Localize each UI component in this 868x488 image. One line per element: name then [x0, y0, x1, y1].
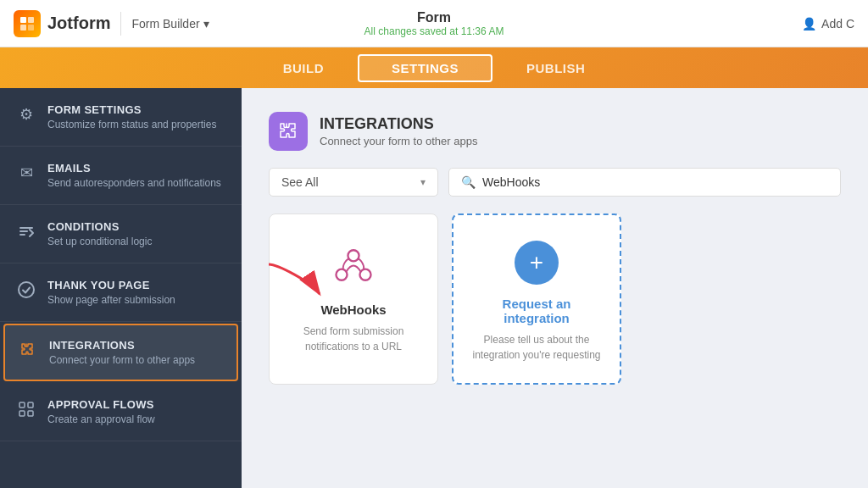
tab-publish[interactable]: PUBLISH — [492, 54, 619, 82]
search-box: 🔍 — [448, 168, 841, 197]
header-center: Form All changes saved at 11:36 AM — [364, 10, 504, 37]
approval-flows-subtitle: Create an approval flow — [47, 413, 155, 425]
integrations-sidebar-subtitle: Connect your form to other apps — [49, 354, 195, 366]
filters-row: See All ▾ 🔍 — [269, 168, 841, 197]
add-collaborator-button[interactable]: 👤 Add C — [802, 17, 854, 30]
integrations-header: INTEGRATIONS Connect your form to other … — [269, 112, 841, 151]
sidebar-item-emails[interactable]: ✉ EMAILS Send autoresponders and notific… — [0, 147, 242, 205]
form-settings-subtitle: Customize form status and properties — [47, 119, 216, 130]
svg-point-12 — [359, 269, 370, 280]
emails-subtitle: Send autoresponders and notifications — [47, 177, 221, 189]
plus-icon: + — [515, 241, 559, 285]
thank-you-subtitle: Show page after submission — [47, 294, 175, 306]
sidebar: ⚙ FORM SETTINGS Customize form status an… — [0, 88, 242, 488]
chevron-down-icon: ▾ — [203, 17, 209, 30]
jotform-logo-text: Jotform — [47, 14, 110, 33]
svg-rect-5 — [19, 402, 25, 408]
sidebar-item-conditions[interactable]: CONDITIONS Set up conditional logic — [0, 205, 242, 263]
svg-rect-6 — [28, 402, 33, 408]
thank-you-title: THANK YOU PAGE — [47, 279, 175, 291]
tab-build[interactable]: BUILD — [249, 54, 358, 82]
filter-label: See All — [281, 175, 319, 189]
request-integration-card-name: Request an integration — [470, 297, 603, 325]
emails-title: EMAILS — [47, 162, 221, 175]
tab-settings[interactable]: SETTINGS — [358, 54, 492, 82]
webhooks-card-name: WebHooks — [320, 302, 386, 317]
header-divider — [120, 12, 121, 36]
integrations-section-subtitle: Connect your form to other apps — [320, 135, 477, 147]
approval-flows-title: APPROVAL FLOWS — [47, 398, 155, 411]
checkmark-icon — [17, 280, 36, 299]
sidebar-item-form-settings[interactable]: ⚙ FORM SETTINGS Customize form status an… — [0, 88, 242, 147]
request-integration-card[interactable]: + Request an integration Please tell us … — [452, 214, 621, 385]
svg-rect-3 — [28, 25, 34, 30]
form-builder-dropdown[interactable]: Form Builder ▾ — [131, 17, 209, 30]
svg-rect-1 — [28, 17, 34, 23]
search-icon: 🔍 — [461, 175, 476, 189]
chevron-down-icon: ▾ — [420, 176, 426, 188]
conditions-title: CONDITIONS — [47, 220, 152, 233]
header-right: 👤 Add C — [802, 17, 854, 30]
svg-rect-7 — [19, 411, 25, 416]
sidebar-item-thank-you-page[interactable]: THANK YOU PAGE Show page after submissio… — [0, 263, 242, 322]
webhooks-card[interactable]: WebHooks Send form submission notificati… — [269, 214, 438, 385]
form-builder-label: Form Builder — [131, 17, 199, 30]
form-settings-title: FORM SETTINGS — [47, 103, 216, 116]
integration-cards-row: WebHooks Send form submission notificati… — [269, 214, 841, 385]
user-icon: 👤 — [802, 17, 816, 30]
email-icon: ✉ — [17, 164, 36, 182]
sidebar-item-approval-flows[interactable]: APPROVAL FLOWS Create an approval flow — [0, 383, 242, 441]
puzzle-icon — [19, 341, 37, 359]
request-integration-card-desc: Please tell us about the integration you… — [470, 332, 603, 363]
svg-rect-8 — [28, 411, 33, 416]
content-area: INTEGRATIONS Connect your form to other … — [242, 88, 868, 488]
gear-icon: ⚙ — [17, 105, 36, 124]
app-header: Jotform Form Builder ▾ Form All changes … — [0, 0, 868, 47]
approval-icon — [17, 400, 36, 419]
conditions-subtitle: Set up conditional logic — [47, 236, 152, 247]
conditions-icon — [17, 222, 36, 241]
integrations-section-title: INTEGRATIONS — [320, 115, 477, 133]
svg-rect-0 — [20, 17, 26, 23]
form-title: Form — [364, 10, 504, 25]
nav-tabs: BUILD SETTINGS PUBLISH — [0, 47, 868, 88]
integrations-header-icon — [269, 112, 308, 151]
svg-rect-2 — [20, 25, 26, 30]
svg-point-11 — [348, 250, 359, 261]
jotform-logo-icon — [14, 10, 41, 37]
integrations-sidebar-title: INTEGRATIONS — [49, 339, 195, 352]
logo-area: Jotform — [14, 10, 110, 37]
svg-point-4 — [19, 282, 34, 297]
integration-search-input[interactable] — [482, 175, 828, 189]
sidebar-item-integrations[interactable]: INTEGRATIONS Connect your form to other … — [3, 324, 238, 381]
save-status: All changes saved at 11:36 AM — [364, 25, 504, 37]
category-filter[interactable]: See All ▾ — [269, 168, 438, 197]
webhooks-icon — [328, 240, 379, 291]
main-layout: ⚙ FORM SETTINGS Customize form status an… — [0, 88, 868, 488]
webhooks-card-desc: Send form submission notifications to a … — [287, 324, 420, 354]
svg-point-10 — [336, 269, 347, 280]
